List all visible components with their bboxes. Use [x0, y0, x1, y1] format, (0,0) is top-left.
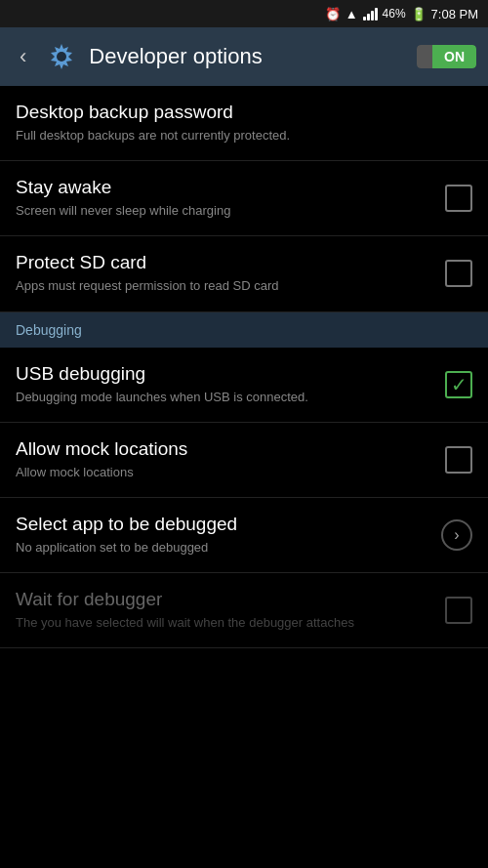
status-time: 7:08 PM: [431, 7, 478, 21]
wifi-icon: ▲: [346, 7, 358, 21]
setting-desc: Debugging mode launches when USB is conn…: [16, 389, 433, 406]
toggle-on: ON: [432, 45, 476, 68]
mock-locations-checkbox[interactable]: [445, 446, 472, 474]
setting-protect-sd[interactable]: Protect SD card Apps must request permis…: [0, 236, 488, 311]
setting-title: Allow mock locations: [16, 438, 433, 460]
section-label: Debugging: [16, 322, 82, 338]
setting-text: Wait for debugger The you have selected …: [16, 589, 445, 632]
setting-desc: Apps must request permission to read SD …: [16, 277, 433, 295]
page-title: Developer options: [89, 44, 407, 69]
status-bar: ⏰ ▲ 46% 🔋 7:08 PM: [0, 0, 488, 27]
protect-sd-checkbox[interactable]: [445, 260, 472, 287]
setting-desktop-backup[interactable]: Desktop backup password Full desktop bac…: [0, 86, 488, 161]
checkmark-icon: ✓: [451, 375, 468, 394]
battery-icon: 🔋: [411, 7, 427, 21]
setting-text: Select app to be debugged No application…: [16, 514, 441, 557]
setting-desc: No application set to be debugged: [16, 539, 429, 557]
setting-text: Protect SD card Apps must request permis…: [16, 252, 445, 295]
setting-mock-locations[interactable]: Allow mock locations Allow mock location…: [0, 423, 488, 498]
setting-text: Allow mock locations Allow mock location…: [16, 438, 445, 481]
setting-text: USB debugging Debugging mode launches wh…: [16, 363, 445, 406]
settings-list: Desktop backup password Full desktop bac…: [0, 86, 488, 648]
section-debugging: Debugging: [0, 312, 488, 348]
alarm-icon: ⏰: [325, 7, 341, 21]
setting-text: Desktop backup password Full desktop bac…: [16, 102, 472, 145]
developer-toggle[interactable]: ON: [417, 45, 476, 68]
battery-percentage: 46%: [383, 7, 406, 21]
wait-debugger-checkbox[interactable]: [445, 597, 472, 624]
toolbar: ‹ Developer options ON: [0, 27, 488, 86]
setting-desc: Full desktop backups are not currently p…: [16, 127, 461, 145]
setting-title: Protect SD card: [16, 252, 433, 273]
stay-awake-checkbox[interactable]: [445, 185, 472, 212]
arrow-right-icon[interactable]: ›: [441, 519, 472, 551]
setting-wait-debugger[interactable]: Wait for debugger The you have selected …: [0, 573, 488, 648]
usb-debugging-checkbox[interactable]: ✓: [445, 371, 472, 398]
setting-title: Stay awake: [16, 177, 433, 198]
toggle-off: [417, 45, 432, 68]
signal-icon: [363, 7, 378, 21]
setting-desc: Allow mock locations: [16, 464, 433, 481]
setting-title: USB debugging: [16, 363, 433, 385]
setting-title: Desktop backup password: [16, 102, 461, 123]
gear-icon: [44, 39, 79, 74]
setting-stay-awake[interactable]: Stay awake Screen will never sleep while…: [0, 161, 488, 236]
setting-select-app[interactable]: Select app to be debugged No application…: [0, 498, 488, 573]
status-icons: ⏰ ▲ 46% 🔋 7:08 PM: [325, 7, 478, 21]
back-button[interactable]: ‹: [12, 40, 34, 73]
setting-title: Wait for debugger: [16, 589, 433, 610]
setting-usb-debugging[interactable]: USB debugging Debugging mode launches wh…: [0, 348, 488, 423]
setting-text: Stay awake Screen will never sleep while…: [16, 177, 445, 220]
svg-point-1: [57, 52, 66, 62]
setting-desc: The you have selected will wait when the…: [16, 614, 433, 632]
setting-desc: Screen will never sleep while charging: [16, 202, 433, 220]
setting-title: Select app to be debugged: [16, 514, 429, 535]
